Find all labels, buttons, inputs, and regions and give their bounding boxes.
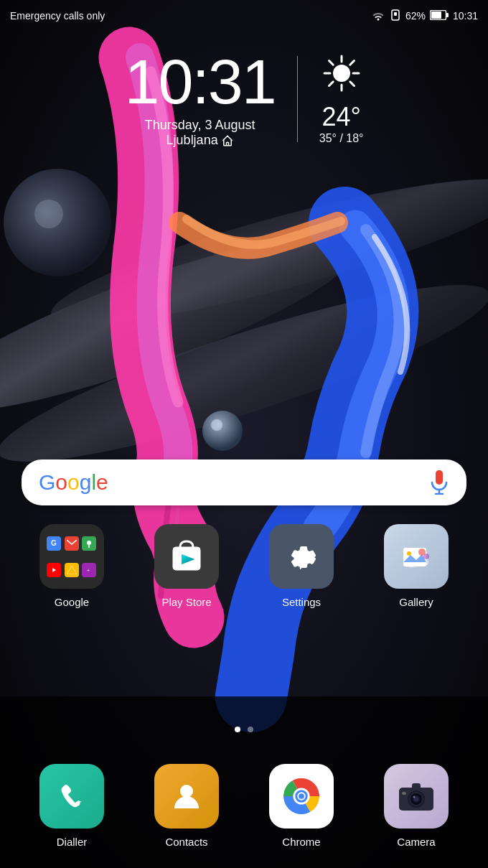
chrome-icon[interactable] bbox=[269, 764, 334, 829]
svg-point-44 bbox=[423, 554, 429, 559]
contacts-icon[interactable] bbox=[154, 764, 219, 829]
dock: Dialler Contacts bbox=[0, 750, 488, 868]
weather-range: 35° / 18° bbox=[319, 132, 364, 145]
contacts-label: Contacts bbox=[165, 836, 207, 848]
dialler-icon[interactable] bbox=[39, 764, 104, 829]
sim-icon bbox=[390, 9, 401, 23]
gallery-app-icon[interactable] bbox=[384, 524, 449, 589]
svg-text:+: + bbox=[87, 568, 90, 573]
svg-line-22 bbox=[329, 82, 333, 86]
clock-weather-widget: 10:31 Thursday, 3 August Ljubljana bbox=[0, 50, 488, 148]
dock-item-contacts[interactable]: Contacts bbox=[140, 764, 233, 848]
svg-point-57 bbox=[413, 796, 416, 798]
time-text: 10:31 bbox=[453, 10, 478, 22]
mini-drive-icon bbox=[65, 563, 79, 577]
clock-weather-divider bbox=[297, 56, 298, 142]
app-grid: G + Google bbox=[0, 524, 488, 608]
google-app-icon[interactable]: G + bbox=[39, 524, 104, 589]
clock-time: 10:31 bbox=[125, 50, 276, 113]
settings-app-label: Settings bbox=[282, 596, 321, 608]
svg-line-19 bbox=[329, 61, 333, 65]
mini-google-icon: G bbox=[47, 536, 61, 551]
google-search-bar[interactable]: Google bbox=[22, 459, 466, 505]
svg-point-14 bbox=[333, 65, 350, 82]
weather-section: 24° 35° / 18° bbox=[319, 53, 364, 145]
play-store-icon[interactable] bbox=[154, 524, 219, 589]
status-bar: Emergency calls only 62% 10:31 bbox=[0, 0, 488, 32]
weather-temperature: 24° bbox=[319, 102, 364, 132]
svg-point-50 bbox=[299, 793, 304, 799]
clock-section: 10:31 Thursday, 3 August Ljubljana bbox=[125, 50, 276, 148]
dock-item-chrome[interactable]: Chrome bbox=[255, 764, 348, 848]
svg-point-45 bbox=[180, 785, 193, 798]
svg-point-7 bbox=[211, 419, 222, 431]
settings-app-icon[interactable] bbox=[269, 524, 334, 589]
svg-rect-59 bbox=[402, 792, 406, 795]
play-store-label: Play Store bbox=[161, 596, 211, 608]
app-item-google[interactable]: G + Google bbox=[25, 524, 118, 608]
battery-percent-text: 62% bbox=[405, 10, 426, 22]
svg-point-5 bbox=[34, 200, 63, 228]
svg-rect-13 bbox=[431, 11, 441, 19]
clock-date: Thursday, 3 August bbox=[125, 118, 276, 133]
svg-point-28 bbox=[87, 541, 91, 545]
camera-icon[interactable] bbox=[384, 764, 449, 829]
status-icons: 62% 10:31 bbox=[371, 9, 478, 23]
dock-item-dialler[interactable]: Dialler bbox=[25, 764, 118, 848]
svg-line-21 bbox=[349, 61, 354, 65]
mini-maps-icon bbox=[82, 536, 96, 551]
camera-label: Camera bbox=[397, 836, 435, 848]
app-item-play-store[interactable]: Play Store bbox=[140, 524, 233, 608]
gallery-app-label: Gallery bbox=[399, 596, 433, 608]
chrome-label: Chrome bbox=[282, 836, 320, 848]
page-dot-1 bbox=[235, 727, 240, 732]
mini-gmail-icon bbox=[65, 536, 79, 551]
sun-icon bbox=[319, 53, 364, 99]
mini-youtube-icon bbox=[47, 563, 61, 577]
mic-icon[interactable] bbox=[426, 470, 452, 495]
svg-marker-31 bbox=[67, 566, 77, 574]
dock-item-camera[interactable]: Camera bbox=[370, 764, 463, 848]
app-item-settings[interactable]: Settings bbox=[255, 524, 348, 608]
location-icon bbox=[221, 134, 234, 147]
wifi-icon bbox=[371, 9, 385, 23]
svg-point-6 bbox=[202, 411, 243, 451]
svg-rect-10 bbox=[394, 12, 397, 16]
page-indicators bbox=[235, 727, 253, 732]
dialler-label: Dialler bbox=[57, 836, 88, 848]
svg-rect-12 bbox=[446, 13, 449, 17]
clock-location: Ljubljana bbox=[125, 133, 276, 148]
app-item-gallery[interactable]: Gallery bbox=[370, 524, 463, 608]
google-app-label: Google bbox=[55, 596, 89, 608]
page-dot-2 bbox=[248, 727, 253, 732]
svg-line-20 bbox=[349, 82, 354, 86]
emergency-calls-text: Emergency calls only bbox=[10, 10, 105, 22]
google-logo: Google bbox=[39, 470, 108, 495]
mini-extra-icon: + bbox=[82, 563, 96, 577]
battery-icon bbox=[430, 10, 449, 22]
svg-rect-58 bbox=[412, 783, 421, 789]
svg-rect-26 bbox=[436, 470, 443, 477]
